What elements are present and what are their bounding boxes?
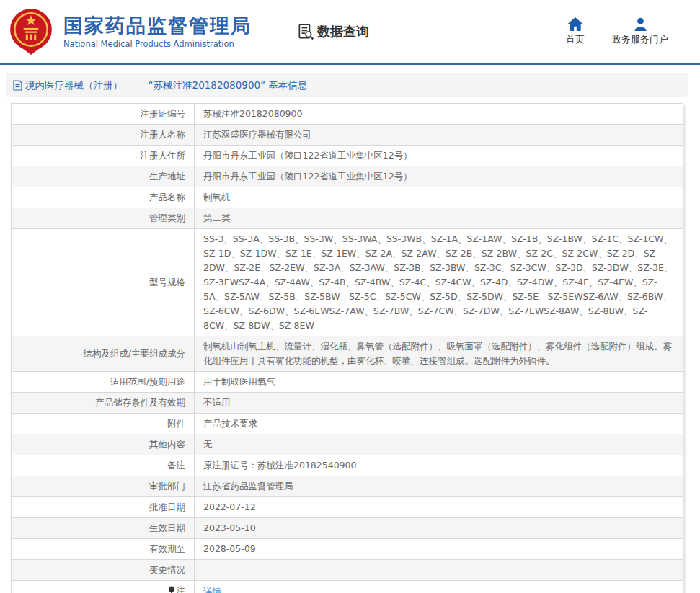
page-header: 国家药品监督管理局 National Medical Products Admi… (0, 0, 700, 65)
nmpa-emblem-logo (7, 8, 55, 55)
row-label-text: 产品储存条件及有效期 (95, 397, 185, 408)
table-row: 注 详情 (12, 581, 683, 593)
table-wrap: 注册证编号 苏械注准20182080900 注册人名称 江苏双盛医疗器械有限公司… (6, 97, 688, 593)
row-label: 生效日期 (12, 518, 195, 539)
row-value: 江苏双盛医疗器械有限公司 (195, 125, 683, 146)
user-icon (633, 17, 648, 31)
row-label-text: 审批部门 (149, 481, 185, 491)
row-label: 结构及组成/主要组成成分 (12, 336, 195, 372)
row-value: 详情 (195, 581, 683, 593)
home-icon (567, 17, 583, 31)
row-label-text: 注 (177, 585, 186, 593)
table-row: 注册证编号 苏械注准20182080900 (12, 104, 683, 125)
row-value: 2028-05-09 (195, 539, 683, 560)
table-row: 生产地址 丹阳市丹东工业园（陵口122省道工业集中区12号） (12, 166, 683, 187)
row-label: 注册人住所 (12, 146, 195, 166)
table-row: 其他内容 无 (12, 434, 683, 455)
nav-item-portal[interactable]: 政务服务门户 (612, 17, 668, 46)
row-label-text: 备注 (167, 460, 185, 471)
row-value: 产品技术要求 (195, 414, 683, 434)
table-row: 型号规格 SS-3、SS-3A、SS-3B、SS-3W、SS-3WA、SS-3W… (12, 229, 683, 336)
row-value (195, 560, 683, 581)
row-value: 苏械注准20182080900 (195, 104, 683, 125)
row-label-text: 管理类别 (149, 213, 185, 223)
row-label: 附件 (12, 414, 195, 434)
row-value: 丹阳市丹东工业园（陵口122省道工业集中区12号） (195, 166, 683, 187)
row-value: SS-3、SS-3A、SS-3B、SS-3W、SS-3WA、SS-3WB、SZ-… (195, 229, 683, 336)
content-panel: 境内医疗器械（注册） —— “苏械注准20182080900” 基本信息 注册证… (6, 73, 688, 593)
row-label: 审批部门 (12, 476, 195, 497)
table-row: 注册人住所 丹阳市丹东工业园（陵口122省道工业集中区12号） (12, 146, 683, 166)
row-label-text: 附件 (167, 418, 185, 429)
table-row: 结构及组成/主要组成成分 制氧机由制氧主机、流量计、湿化瓶、鼻氧管（选配附件）、… (12, 336, 683, 372)
header-nav: 首页 政务服务门户 (566, 17, 668, 46)
table-row: 生效日期 2023-05-10 (12, 518, 683, 539)
row-label-text: 适用范围/预期用途 (110, 376, 185, 387)
row-value: 无 (195, 434, 683, 455)
row-value: 江苏省药品监督管理局 (195, 476, 683, 497)
table-row: 审批部门 江苏省药品监督管理局 (12, 476, 683, 497)
row-value: 原注册证号：苏械注准20182540900 (195, 455, 683, 476)
main-content: 境内医疗器械（注册） —— “苏械注准20182080900” 基本信息 注册证… (0, 65, 700, 593)
row-label: 有效期至 (12, 539, 195, 560)
row-value: 制氧机由制氧主机、流量计、湿化瓶、鼻氧管（选配附件）、吸氧面罩（选配附件）、雾化… (195, 336, 683, 372)
row-label: 注册证编号 (12, 104, 195, 125)
row-label-text: 型号规格 (149, 277, 185, 287)
row-label: 变更情况 (12, 560, 195, 581)
table-row: 适用范围/预期用途 用于制取医用氧气 (12, 372, 683, 393)
row-label-text: 注册人住所 (141, 150, 186, 161)
table-row: 产品储存条件及有效期 不适用 (12, 393, 683, 414)
nav-home-label: 首页 (566, 33, 585, 46)
row-label-text: 结构及组成/主要组成成分 (83, 348, 185, 359)
row-value: 不适用 (195, 393, 683, 414)
table-row: 有效期至 2028-05-09 (12, 539, 683, 560)
row-label-text: 其他内容 (149, 439, 185, 450)
row-label: 备注 (12, 455, 195, 476)
row-label: 生产地址 (12, 166, 195, 187)
breadcrumb-text: 境内医疗器械（注册） —— “苏械注准20182080900” 基本信息 (25, 79, 307, 92)
table-row: 变更情况 (12, 560, 683, 581)
row-label-text: 有效期至 (149, 543, 185, 554)
row-label-text: 产品名称 (149, 192, 185, 202)
row-label: 批准日期 (12, 497, 195, 518)
info-table-body: 注册证编号 苏械注准20182080900 注册人名称 江苏双盛医疗器械有限公司… (12, 104, 683, 593)
row-label-text: 变更情况 (149, 564, 185, 575)
row-value: 制氧机 (195, 187, 683, 208)
org-name-cn: 国家药品监督管理局 (63, 14, 252, 37)
row-label-text: 注册证编号 (141, 108, 186, 119)
row-label-text: 生效日期 (149, 522, 185, 533)
row-label: 产品储存条件及有效期 (12, 393, 195, 414)
detail-link[interactable]: 详情 (203, 586, 221, 593)
row-value: 用于制取医用氧气 (195, 372, 683, 393)
table-row: 注册人名称 江苏双盛医疗器械有限公司 (12, 125, 683, 146)
table-row: 批准日期 2022-07-12 (12, 497, 683, 518)
registration-info-table: 注册证编号 苏械注准20182080900 注册人名称 江苏双盛医疗器械有限公司… (11, 103, 683, 593)
row-label: 注册人名称 (12, 125, 195, 146)
table-row: 管理类别 第二类 (12, 208, 683, 229)
nav-portal-label: 政务服务门户 (612, 33, 668, 46)
table-row: 产品名称 制氧机 (12, 187, 683, 208)
table-row: 备注 原注册证号：苏械注准20182540900 (12, 455, 683, 476)
data-query-tab[interactable]: 数据查询 (296, 22, 369, 41)
breadcrumb: 境内医疗器械（注册） —— “苏械注准20182080900” 基本信息 (6, 73, 688, 97)
table-row: 附件 产品技术要求 (12, 414, 683, 434)
row-value: 第二类 (195, 208, 683, 229)
row-label: 适用范围/预期用途 (12, 372, 195, 393)
row-label: 其他内容 (12, 434, 195, 455)
row-label: 注 (12, 581, 195, 593)
org-name-en: National Medical Products Administration (63, 39, 252, 49)
row-value: 丹阳市丹东工业园（陵口122省道工业集中区12号） (195, 146, 683, 166)
row-label: 管理类别 (12, 208, 195, 229)
row-label-text: 注册人名称 (141, 129, 186, 140)
row-value: 2023-05-10 (195, 518, 683, 539)
org-title-block: 国家药品监督管理局 National Medical Products Admi… (63, 14, 252, 48)
document-search-icon (296, 22, 315, 41)
row-label-text: 批准日期 (149, 501, 185, 512)
row-label: 产品名称 (12, 187, 195, 208)
note-balloon-icon (168, 584, 175, 593)
nav-item-home[interactable]: 首页 (566, 17, 585, 46)
row-label: 型号规格 (12, 229, 195, 336)
row-label-text: 生产地址 (149, 171, 185, 182)
row-value: 2022-07-12 (195, 497, 683, 518)
data-query-label: 数据查询 (317, 23, 369, 40)
